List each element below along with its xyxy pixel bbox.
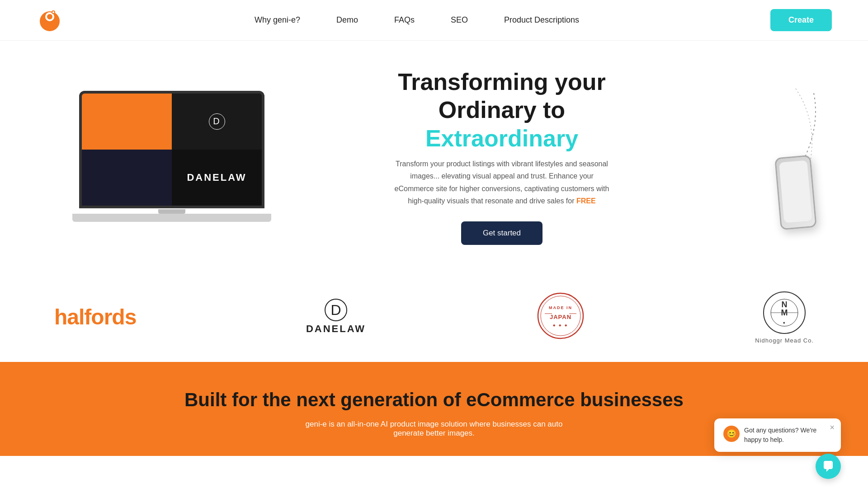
hero-section: D DANELAW Transforming your Ordinary to …	[0, 41, 868, 272]
chat-launcher-icon	[822, 460, 835, 473]
brand-danelaw: D DANELAW	[306, 299, 366, 335]
free-label: FREE	[576, 197, 596, 205]
svg-text:N: N	[782, 300, 788, 309]
svg-text:◆: ◆	[783, 321, 786, 324]
hero-description: Transform your product listings with vib…	[393, 158, 610, 207]
screen-quadrant-2: D	[172, 94, 262, 150]
svg-text:MADE IN: MADE IN	[549, 305, 572, 310]
screen-quadrant-4: DANELAW	[172, 150, 262, 206]
hero-title-accent: Extraordinary	[425, 125, 578, 151]
screen-brand-text: DANELAW	[187, 172, 246, 183]
nav-link-seo[interactable]: SEO	[451, 15, 468, 24]
svg-text:JAPAN: JAPAN	[550, 314, 571, 320]
nidhoggr-logo: N M ◆	[762, 290, 807, 335]
brand-halfords: halfords	[54, 305, 136, 329]
chat-widget: 😊 Got any questions? We're happy to help…	[714, 418, 841, 452]
chat-avatar: 😊	[723, 426, 740, 442]
nav-item-demo[interactable]: Demo	[336, 15, 358, 25]
orange-section-title: Built for the next generation of eCommer…	[54, 389, 814, 411]
orange-section-subtitle: geni-e is an all-in-one AI product image…	[298, 420, 570, 438]
chat-launcher-button[interactable]	[816, 454, 841, 479]
screen-quadrant-1	[82, 94, 172, 150]
laptop-base	[72, 214, 271, 222]
logo[interactable]	[36, 7, 63, 34]
chat-message: Got any questions? We're happy to help.	[744, 426, 832, 445]
danelaw-text: DANELAW	[306, 323, 366, 335]
nav-link-product-desc[interactable]: Product Descriptions	[504, 15, 579, 24]
nav-item-faqs[interactable]: FAQs	[394, 15, 415, 25]
nav-item-seo[interactable]: SEO	[451, 15, 468, 25]
screen-quadrant-3	[82, 150, 172, 206]
laptop-hinge	[158, 209, 185, 214]
svg-text:◆ ◆ ◆: ◆ ◆ ◆	[553, 324, 568, 327]
danelaw-d-icon: D	[325, 299, 347, 321]
laptop-screen: D DANELAW	[79, 91, 264, 208]
create-button[interactable]: Create	[770, 9, 832, 31]
brand-nidhoggr: N M ◆ Nidhoggr Mead Co.	[755, 290, 814, 344]
nav-links: Why geni-e? Demo FAQs SEO Product Descri…	[255, 15, 579, 25]
nav-link-demo[interactable]: Demo	[336, 15, 358, 24]
svg-point-2	[47, 14, 52, 19]
phone-mockup	[774, 155, 817, 230]
logo-icon	[36, 7, 63, 34]
hero-text-block: Transforming your Ordinary to Extraordin…	[271, 68, 732, 245]
hero-title-line2: Ordinary to	[439, 97, 565, 123]
hero-title: Transforming your Ordinary to Extraordin…	[307, 68, 696, 152]
nidhoggr-label: Nidhoggr Mead Co.	[755, 337, 814, 344]
halfords-logo-text: halfords	[54, 305, 136, 329]
get-started-button[interactable]: Get started	[461, 221, 542, 245]
nav-item-why[interactable]: Why geni-e?	[255, 15, 300, 25]
brand-made-in-japan: MADE IN JAPAN ◆ ◆ ◆	[536, 291, 585, 343]
hero-laptop-illustration: D DANELAW	[72, 91, 271, 222]
phone-screen	[779, 160, 812, 223]
nav-item-product-desc[interactable]: Product Descriptions	[504, 15, 579, 25]
made-in-japan-stamp: MADE IN JAPAN ◆ ◆ ◆	[536, 291, 585, 341]
chat-close-button[interactable]: ×	[830, 423, 835, 432]
nav-link-faqs[interactable]: FAQs	[394, 15, 415, 24]
nav-link-why[interactable]: Why geni-e?	[255, 15, 300, 24]
brands-section: halfords D DANELAW MADE IN JAPAN ◆ ◆ ◆ N…	[0, 272, 868, 362]
navbar: Why geni-e? Demo FAQs SEO Product Descri…	[0, 0, 868, 41]
hero-title-line1: Transforming your	[398, 69, 605, 95]
svg-point-4	[52, 11, 54, 13]
hero-right-decoration	[732, 84, 823, 229]
